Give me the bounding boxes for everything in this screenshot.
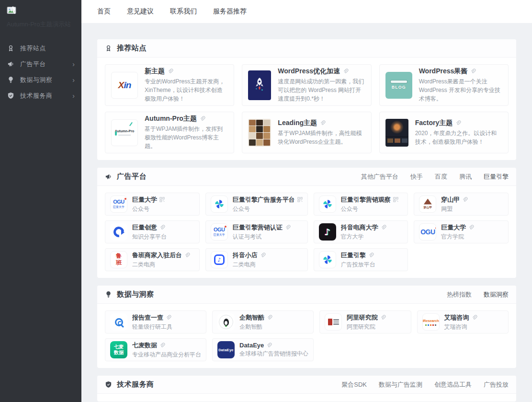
app-card-ali-research[interactable]: 阿里研究院 阿里研究院 [319,310,411,333]
dataeye-logo: DataEye [217,341,235,358]
topnav-home[interactable]: 首页 [97,7,111,16]
app-card-juliang-chuangyi[interactable]: 巨量创意 知识分享平台 [105,220,200,243]
sidebar-item-label: 数据与洞察 [20,76,53,84]
ali-research-logo [325,313,342,331]
site-card-factory[interactable]: Factory主题 2020，年度鼎力之作。以设计和技术，创造极致用户体验！ [379,112,509,153]
app-card-title: 抖音小店 [233,251,258,260]
xintheme-logo: Xin [111,72,138,99]
sidebar-item-data-insights[interactable]: 数据与洞察 › [0,72,81,88]
report-search-logo [110,313,127,331]
site-card-xintheme[interactable]: Xin 新主题 专业的WordPress主题开发商，XinTheme，以设计和技… [105,64,234,106]
app-card-title: 企鹅智酷 [239,313,264,322]
app-card-dataeye[interactable]: DataEye DataEye 全球移动广告营销情报中心 [212,338,314,361]
chevron-right-icon: › [72,61,75,68]
tech-services-empty-body [97,394,516,402]
topnav-server-recommend[interactable]: 服务器推荐 [213,7,247,16]
topnav-contact[interactable]: 联系我们 [170,7,197,16]
insight-tabs: 热榜指数 数据洞察 [447,290,509,299]
app-card-sub: 广告投放平台 [341,261,375,269]
topnav-feedback[interactable]: 意见建议 [127,7,154,16]
site-logo-broken-image-icon[interactable] [0,0,81,19]
lightbulb-icon [7,76,14,84]
iresearch-logo: iResearch [422,313,440,331]
app-card-title: 抖音电商大学 [341,223,378,232]
tab-ad-monitoring[interactable]: 数据与广告监测 [379,380,422,389]
site-card-title: Factory主题 [415,119,453,127]
tab-ad-delivery[interactable]: 广告投放 [484,380,509,389]
tab-other-platforms[interactable]: 其他广告平台 [361,172,398,181]
app-card-sub: 企鹅智酷 [239,323,272,331]
tab-data-insight[interactable]: 数据洞察 [484,290,509,299]
tab-tencent[interactable]: 腾讯 [459,172,472,181]
chevron-right-icon: › [72,77,75,83]
sidebar-item-ad-platforms[interactable]: 广告平台 › [0,56,81,72]
site-card-leading[interactable]: Leading主题 基于WPJAM插件制作，高性能模块化WordPress企业主… [242,112,371,153]
juliang-daxue-logo: OGU 巨量大学 [211,223,228,241]
tab-kuaishou[interactable]: 快手 [410,172,423,181]
tech-service-tabs: 聚合SDK 数据与广告监测 创意选品工具 广告投放 [341,380,509,389]
pangle-logo: 穿山甲 [419,195,436,213]
juliang-daxue-logo: OGU 巨量大学 [110,195,127,213]
app-card-penguin-intelligence[interactable]: 企鹅智酷 企鹅智酷 [212,310,314,333]
qrcode-icon [297,197,303,202]
app-card-title: 巨量创意 [132,223,157,232]
app-card-pangle[interactable]: 穿山甲 穿山甲 网盟 [414,193,509,216]
oceanengine-pinwheel-logo [211,195,228,213]
juliang-chuangyi-logo [110,223,127,241]
section-title: 技术服务商 [117,380,154,389]
section-featured-sites: 推荐站点 Xin 新主题 专业的WordPress主题开发商，XinTheme，… [97,39,516,160]
app-card-title: 巨量引擎广告服务平台 [233,195,295,204]
app-card-luban[interactable]: 鲁班 鲁班商家入驻后台 二类电商 [105,248,200,271]
app-card-title: 巨量引擎 [341,251,366,260]
app-card-juliang-daxue-official[interactable]: OGU 巨量大学 官方学院 [414,220,509,243]
app-card-oceanengine-platform[interactable]: 巨量引擎 广告投放平台 [314,248,408,271]
site-card-wpjam[interactable]: BLOG WordPress果酱 WordPress果酱是一个关注 WordPr… [379,64,509,106]
app-card-report-search[interactable]: 报告查一查 轻量级行研工具 [105,310,206,333]
oceanengine-pinwheel-logo [319,195,336,213]
app-card-title: 七麦数据 [132,341,157,350]
medal-icon [105,45,113,52]
megaphone-icon [7,60,14,68]
app-card-title: 巨量大学 [441,223,466,232]
link-icon [368,253,374,258]
rocket-illustration [248,70,271,100]
app-card-title: 巨量大学 [132,195,157,204]
sidebar-item-label: 技术服务商 [20,92,53,100]
section-data-insights: 数据与洞察 热榜指数 数据洞察 报告查一查 轻量级 [97,286,516,368]
app-card-oceanengine-observe-gzh[interactable]: 巨量引擎营销观察 公众号 [314,193,408,216]
site-title: Autumn-Pro主题演示站 [0,19,81,34]
app-card-title: 阿里研究院 [347,313,378,322]
link-icon [320,120,326,126]
section-title: 数据与洞察 [117,290,154,299]
sidebar-item-tech-services[interactable]: 技术服务商 › [0,88,81,103]
sidebar-menu: 推荐站点 广告平台 › 数据与洞察 › 技术服务商 › [0,40,81,103]
app-card-sub: 专业移动产品商业分析平台 [132,351,201,359]
app-card-juliang-daxue-gzh[interactable]: OGU 巨量大学 巨量大学 公众号 [105,193,200,216]
sidebar-item-featured-sites[interactable]: 推荐站点 [0,40,81,56]
site-card-wp-speedup[interactable]: WordPress优化加速 速度是网站成功的第一因素，我们可以把您的 WordP… [242,64,371,106]
link-icon [380,315,386,321]
site-card-desc: 速度是网站成功的第一因素，我们可以把您的 WordPress 网站打开速度提升到… [278,77,365,103]
oceanengine-pinwheel-logo [319,251,336,268]
app-card-iresearch[interactable]: iResearch 艾瑞咨询 艾瑞咨询 [417,310,509,333]
link-icon [184,253,190,258]
app-card-oceanengine-cert[interactable]: OGU 巨量大学 巨量引擎营销认证 认证与考试 [205,220,308,243]
tab-hot-index[interactable]: 热榜指数 [447,290,472,299]
app-card-douyin-ecommerce-univ[interactable]: ♪ 抖音电商大学 官方大学 [314,220,408,243]
app-card-title: 艾瑞咨询 [444,313,469,322]
tab-oceanengine[interactable]: 巨量引擎 [484,172,509,181]
app-card-douyin-shop[interactable]: ♪ 抖音小店 二类电商 [205,248,308,271]
luban-logo: 鲁班 [110,251,127,268]
tab-sdk[interactable]: 聚合SDK [341,380,367,389]
penguin-logo [217,313,235,331]
app-card-sub: 官方学院 [441,233,474,241]
app-card-oceanengine-service-gzh[interactable]: 巨量引擎广告服务平台 公众号 [205,193,308,216]
app-card-qimai[interactable]: 七麦数据 七麦数据 专业移动产品商业分析平台 [105,338,206,361]
douyin-logo: ♪ [319,223,336,241]
link-icon [470,69,476,74]
site-card-autumn-pro[interactable]: Autumn-Pro Autumn-Pro主题 基于WPJAM插件制作，发挥到极… [105,112,234,153]
tab-creative-tools[interactable]: 创意选品工具 [434,380,472,389]
tab-baidu[interactable]: 百度 [435,172,447,181]
link-icon [343,69,349,74]
qrcode-icon [159,197,165,202]
